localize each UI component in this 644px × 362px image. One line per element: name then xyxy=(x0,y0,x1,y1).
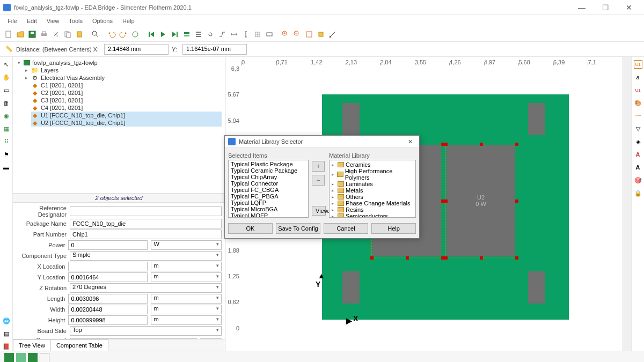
undo-icon[interactable] xyxy=(106,29,117,40)
lib-item[interactable]: ▸High Performance Polymers xyxy=(331,168,414,181)
save-icon[interactable] xyxy=(27,29,38,40)
y-location-input[interactable] xyxy=(68,272,148,282)
dots-icon[interactable]: ⠿ xyxy=(2,137,11,146)
new-icon[interactable] xyxy=(3,29,14,40)
y-location-unit[interactable]: m xyxy=(151,272,222,282)
red-u1-icon[interactable]: U1 xyxy=(634,86,642,94)
cube-icon[interactable]: ◉ xyxy=(2,112,11,120)
width-input[interactable] xyxy=(68,305,148,314)
menu-options[interactable]: Options xyxy=(88,17,117,25)
list-item[interactable]: Typical Connector xyxy=(229,180,308,187)
width-unit[interactable]: m xyxy=(151,305,222,314)
list-item[interactable]: Typical LQFP xyxy=(229,200,308,206)
diamond-icon[interactable]: ◈ xyxy=(634,137,642,146)
palette-icon[interactable]: 🎨 xyxy=(634,99,642,107)
zoom-sel-icon[interactable] xyxy=(316,29,326,40)
funnel-icon[interactable]: ▽ xyxy=(634,124,642,133)
grid-icon[interactable] xyxy=(252,29,263,40)
lib-item[interactable]: ▸Ceramics xyxy=(331,161,414,168)
rect-icon[interactable]: ▬ xyxy=(2,163,11,172)
stackup-icon[interactable] xyxy=(193,29,204,40)
component-u2[interactable]: U2 0 W xyxy=(447,145,515,256)
help-button[interactable]: Help xyxy=(371,223,416,234)
power-unit[interactable]: W xyxy=(151,240,222,250)
menu-file[interactable]: File xyxy=(3,17,21,25)
align-icon[interactable] xyxy=(264,29,275,40)
u1-icon[interactable]: U1 xyxy=(634,60,642,69)
play-icon[interactable] xyxy=(158,29,169,40)
tree-u1[interactable]: ◆U1 [FCCC_N10_top_die, Chip1] xyxy=(31,112,222,119)
canvas-vscroll[interactable] xyxy=(623,57,631,351)
material-library-tree[interactable]: ▸Ceramics ▸High Performance Polymers ▸La… xyxy=(329,160,416,218)
open-icon[interactable] xyxy=(15,29,26,40)
skip-end-icon[interactable] xyxy=(170,29,180,40)
view-iso-icon[interactable] xyxy=(4,353,14,362)
view-button[interactable]: View... xyxy=(312,206,326,216)
menu-tools[interactable]: Tools xyxy=(64,17,87,25)
hand-icon[interactable]: ✋ xyxy=(2,73,11,82)
cube2-icon[interactable]: ▦ xyxy=(2,124,11,133)
lib-item[interactable]: ▸Laminates xyxy=(331,181,414,187)
board-side-select[interactable]: Top xyxy=(70,326,222,336)
tree-root[interactable]: ▾ fowlp_analysis_tgz-fowlp xyxy=(16,59,222,67)
lib-item[interactable]: ▸Phase Change Materials xyxy=(331,200,414,206)
globe-icon[interactable]: 🌐 xyxy=(2,316,11,325)
trash-icon[interactable]: 🗑 xyxy=(2,99,11,107)
copy-icon[interactable] xyxy=(62,29,73,40)
list-item[interactable]: Typical ChipArray xyxy=(229,174,308,180)
x-location-input[interactable] xyxy=(68,262,148,271)
cancel-button[interactable]: Cancel xyxy=(324,223,368,234)
selected-items-list[interactable]: Typical Plastic Package Typical Ceramic … xyxy=(228,160,309,218)
component-c3[interactable] xyxy=(342,271,360,304)
component-material-select[interactable]: Lumped component xyxy=(70,338,197,339)
ref-designator-input[interactable] xyxy=(70,206,222,216)
tree-u2[interactable]: ◆U2 [FCCC_N10_top_die, Chip1] xyxy=(31,119,222,127)
flag-icon[interactable]: ⚑ xyxy=(2,150,11,159)
ok-button[interactable]: OK xyxy=(228,223,273,234)
list-item[interactable]: Typical MQFP xyxy=(229,212,308,218)
menu-help[interactable]: Help xyxy=(118,17,139,25)
z-rotation-select[interactable]: 270 Degrees xyxy=(70,283,222,293)
skip-start-icon[interactable] xyxy=(146,29,157,40)
select-box-icon[interactable]: ▭ xyxy=(2,86,11,94)
paste-icon[interactable] xyxy=(74,29,85,40)
tree-c1[interactable]: ◆C1 [0201, 0201] xyxy=(31,82,222,89)
distance-x-value[interactable]: 2.14848 mm xyxy=(104,44,169,55)
bold-a-icon[interactable]: A xyxy=(634,163,642,172)
print-icon[interactable] xyxy=(39,29,49,40)
find-icon[interactable] xyxy=(90,29,101,40)
layers-left-icon[interactable]: ▤ xyxy=(2,329,11,338)
component-type-select[interactable]: Simple xyxy=(70,251,222,261)
list-item[interactable]: Typical FC_CBGA xyxy=(229,187,308,193)
view-top-icon[interactable] xyxy=(16,353,26,362)
lib-item[interactable]: ▸Others xyxy=(331,194,414,200)
lib-item[interactable]: ▸Semiconductors xyxy=(331,213,414,218)
window-close[interactable]: ✕ xyxy=(617,0,641,15)
italic-a-icon[interactable]: A xyxy=(634,150,642,159)
dim-h-icon[interactable] xyxy=(229,29,239,40)
height-input[interactable] xyxy=(68,315,148,325)
menu-edit[interactable]: Edit xyxy=(23,17,41,25)
tab-tree-view[interactable]: Tree View xyxy=(13,339,51,351)
project-tree[interactable]: ▾ fowlp_analysis_tgz-fowlp ▸📁Layers ▸⚙El… xyxy=(13,57,225,193)
component-c2[interactable] xyxy=(528,103,545,135)
length-unit[interactable]: m xyxy=(151,294,222,304)
window-minimize[interactable]: — xyxy=(570,0,594,15)
via-icon[interactable] xyxy=(205,29,216,40)
list-item[interactable]: Typical MicroBGA xyxy=(229,206,308,212)
tree-layers[interactable]: ▸📁Layers xyxy=(24,67,222,74)
lock-icon[interactable]: 🔒 xyxy=(634,189,642,197)
distance-y-value[interactable]: 1.16415e-07 mm xyxy=(182,44,247,55)
window-maximize[interactable]: ☐ xyxy=(594,0,617,15)
add-button[interactable]: + xyxy=(312,161,325,172)
refresh-icon[interactable] xyxy=(130,29,141,40)
view-side-icon[interactable] xyxy=(28,353,38,362)
tree-vias[interactable]: ▸⚙Electrical Vias Assembly xyxy=(24,74,222,82)
power-input[interactable] xyxy=(68,240,148,250)
zoom-fit-icon[interactable] xyxy=(304,29,314,40)
book-icon[interactable]: 📕 xyxy=(2,342,11,351)
remove-button[interactable]: − xyxy=(312,175,325,186)
dialog-close[interactable]: ✕ xyxy=(404,138,416,145)
save-to-config-button[interactable]: Save To Config xyxy=(276,223,320,234)
component-c4[interactable] xyxy=(528,271,545,304)
